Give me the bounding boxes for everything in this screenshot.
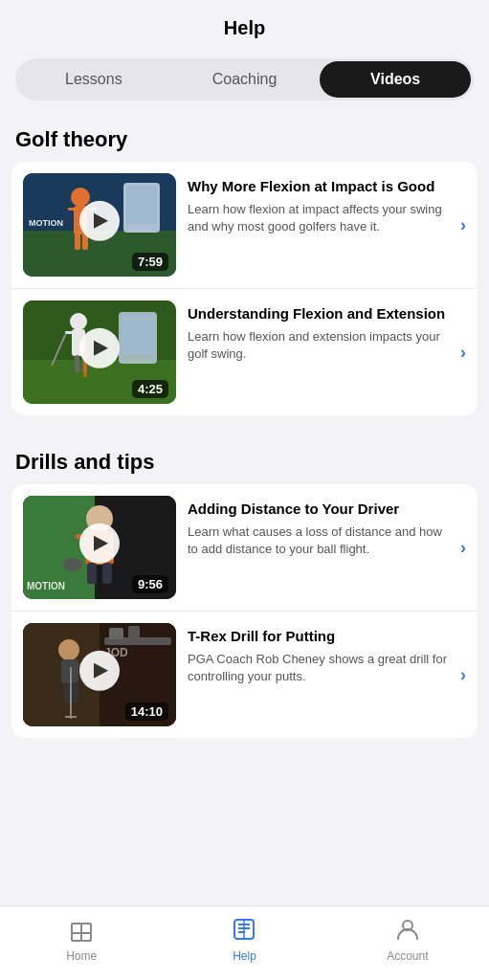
nav-label-account: Account <box>387 949 428 963</box>
play-icon-4 <box>94 663 108 679</box>
chevron-icon-4: › <box>460 665 466 685</box>
svg-rect-30 <box>102 563 112 584</box>
duration-badge-3: 9:56 <box>132 575 168 593</box>
page-title: Help <box>224 17 265 38</box>
chevron-wrap-2: › <box>456 301 466 404</box>
video-desc-3: Learn what causes a loss of distance and… <box>188 523 449 558</box>
duration-badge-1: 7:59 <box>132 253 168 271</box>
svg-rect-38 <box>128 626 140 639</box>
svg-rect-43 <box>63 682 70 703</box>
play-button-1[interactable] <box>79 201 120 241</box>
tab-lessons[interactable]: Lessons <box>18 61 169 98</box>
home-icon <box>68 916 95 947</box>
tab-videos[interactable]: Videos <box>320 61 471 98</box>
svg-rect-51 <box>81 933 91 941</box>
chevron-wrap-4: › <box>456 623 466 726</box>
video-item-trex-putting[interactable]: JOD 14:10 T-Rex Drill for Putting PGA Co… <box>11 612 478 738</box>
video-info-3: Adding Distance to Your Driver Learn wha… <box>176 496 456 599</box>
nav-label-help: Help <box>233 949 256 963</box>
video-item-flexion-impact[interactable]: MOTION 7:59 Why More Flexion at Impact i… <box>11 162 478 289</box>
video-title-2: Understanding Flexion and Extension <box>188 304 449 323</box>
chevron-icon-2: › <box>460 343 466 363</box>
svg-rect-41 <box>61 663 69 667</box>
drills-tips-list: MOTION 9:56 Adding Distance to Your Driv… <box>11 484 478 738</box>
video-title-3: Adding Distance to Your Driver <box>188 500 449 519</box>
golf-theory-list: MOTION 7:59 Why More Flexion at Impact i… <box>11 162 478 415</box>
video-desc-2: Learn how flexion and extension impacts … <box>188 328 449 363</box>
svg-point-31 <box>63 558 82 571</box>
section-title-golf-theory: Golf theory <box>0 112 489 162</box>
play-icon-3 <box>94 536 108 551</box>
svg-rect-21 <box>122 315 154 355</box>
video-desc-4: PGA Coach Rob Cheney shows a great drill… <box>188 651 449 685</box>
svg-rect-44 <box>72 682 78 703</box>
scroll-area: Golf theory <box>0 112 489 834</box>
nav-item-home[interactable]: Home <box>0 916 163 963</box>
svg-point-39 <box>58 639 79 660</box>
video-title-4: T-Rex Drill for Putting <box>188 627 449 646</box>
duration-badge-4: 14:10 <box>125 702 168 721</box>
thumbnail-flexion-extension: 4:25 <box>23 301 176 404</box>
svg-rect-29 <box>87 563 97 584</box>
video-item-flexion-extension[interactable]: 4:25 Understanding Flexion and Extension… <box>11 289 478 415</box>
video-item-driver-distance[interactable]: MOTION 9:56 Adding Distance to Your Driv… <box>11 484 478 612</box>
nav-item-account[interactable]: Account <box>326 916 489 963</box>
section-title-drills: Drills and tips <box>0 434 489 484</box>
play-button-2[interactable] <box>79 328 120 368</box>
chevron-wrap-3: › <box>456 496 466 599</box>
svg-rect-6 <box>75 233 80 250</box>
tabs-row: Lessons Coaching Videos <box>15 58 474 100</box>
svg-rect-50 <box>72 933 81 941</box>
help-icon <box>231 916 257 947</box>
svg-rect-49 <box>81 924 91 933</box>
header: Help <box>0 0 489 51</box>
chevron-wrap-1: › <box>456 173 466 277</box>
svg-rect-9 <box>126 186 157 224</box>
thumbnail-trex-putting: JOD 14:10 <box>23 623 176 726</box>
account-icon <box>394 916 421 947</box>
duration-badge-2: 4:25 <box>132 380 168 398</box>
video-info-1: Why More Flexion at Impact is Good Learn… <box>176 173 456 277</box>
play-icon-1 <box>94 213 108 229</box>
play-button-3[interactable] <box>79 523 120 564</box>
video-title-1: Why More Flexion at Impact is Good <box>188 177 449 196</box>
play-icon-2 <box>94 341 108 356</box>
svg-rect-16 <box>75 355 79 372</box>
svg-rect-48 <box>72 924 81 933</box>
video-info-2: Understanding Flexion and Extension Lear… <box>176 301 456 404</box>
tab-coaching[interactable]: Coaching <box>169 61 321 98</box>
play-button-4[interactable] <box>79 651 120 691</box>
chevron-icon-1: › <box>460 215 466 235</box>
svg-text:MOTION: MOTION <box>29 218 63 228</box>
nav-label-home: Home <box>66 949 97 963</box>
svg-rect-37 <box>109 628 123 639</box>
svg-text:MOTION: MOTION <box>27 581 65 591</box>
tabs-container: Lessons Coaching Videos <box>0 51 489 112</box>
bottom-nav: Home Help Account <box>0 905 489 980</box>
nav-item-help[interactable]: Help <box>163 916 325 963</box>
thumbnail-driver-distance: MOTION 9:56 <box>23 496 176 599</box>
svg-rect-4 <box>68 208 78 211</box>
chevron-icon-3: › <box>460 538 466 558</box>
video-desc-1: Learn how flexion at impact affects your… <box>188 201 449 235</box>
svg-point-13 <box>70 313 87 330</box>
video-info-4: T-Rex Drill for Putting PGA Coach Rob Ch… <box>176 623 456 726</box>
thumbnail-flexion-impact: MOTION 7:59 <box>23 173 176 277</box>
